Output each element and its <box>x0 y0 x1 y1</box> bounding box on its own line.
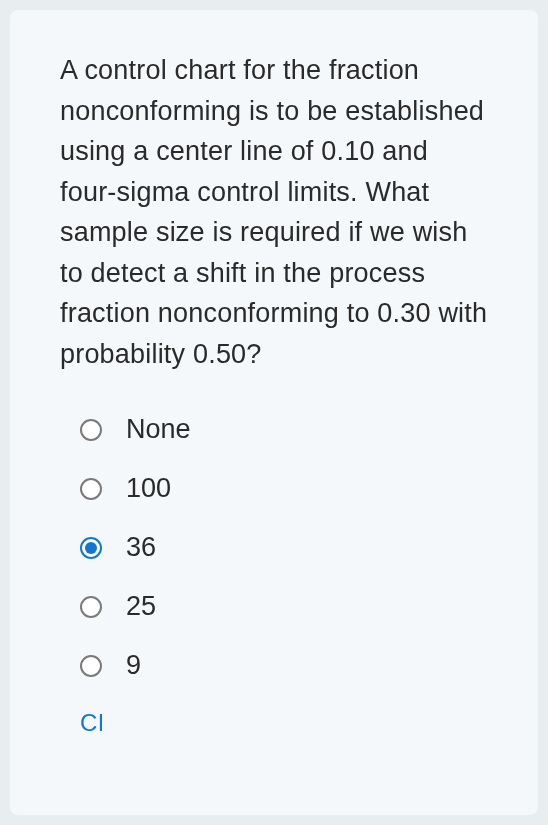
radio-icon <box>80 419 102 441</box>
option-label: 25 <box>126 591 156 622</box>
radio-icon-selected <box>80 537 102 559</box>
option-25[interactable]: 25 <box>80 591 488 622</box>
radio-icon <box>80 596 102 618</box>
question-text: A control chart for the fraction nonconf… <box>60 50 488 374</box>
option-100[interactable]: 100 <box>80 473 488 504</box>
option-label: 100 <box>126 473 171 504</box>
option-9[interactable]: 9 <box>80 650 488 681</box>
question-card: A control chart for the fraction nonconf… <box>10 10 538 815</box>
radio-icon <box>80 478 102 500</box>
clear-choice-link[interactable]: Cl <box>60 709 488 737</box>
radio-icon <box>80 655 102 677</box>
options-group: None 100 36 25 9 <box>60 414 488 681</box>
option-36[interactable]: 36 <box>80 532 488 563</box>
option-none[interactable]: None <box>80 414 488 445</box>
option-label: None <box>126 414 191 445</box>
option-label: 36 <box>126 532 156 563</box>
option-label: 9 <box>126 650 141 681</box>
